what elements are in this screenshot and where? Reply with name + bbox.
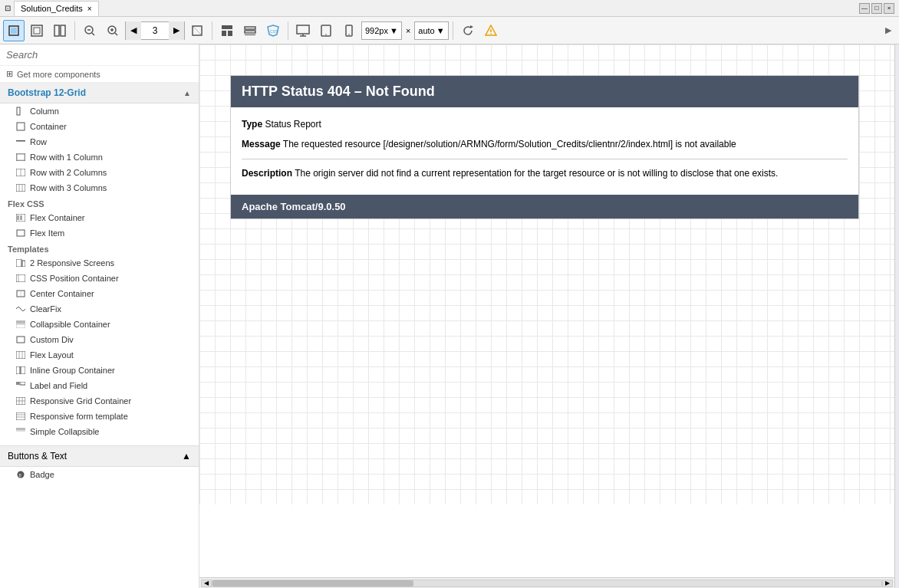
zoom-fit-button[interactable] — [186, 20, 208, 41]
search-area[interactable]: Search — [0, 44, 199, 66]
http-message-label: Message — [242, 139, 281, 149]
buttons-chevron-icon: ▲ — [182, 451, 191, 462]
css-icon: CSS — [267, 25, 279, 37]
collapsible-label: Collapsible Container — [30, 320, 110, 329]
select-icon — [8, 25, 20, 37]
svg-rect-49 — [22, 261, 25, 267]
badge-label: Badge — [30, 470, 54, 479]
svg-rect-23 — [297, 25, 309, 34]
close-button[interactable]: × — [884, 3, 894, 14]
canvas-scroll-container[interactable]: HTTP Status 404 – Not Found Type Status … — [199, 44, 894, 577]
right-edge-panel — [894, 44, 899, 588]
scroll-left-button[interactable]: ◀ — [201, 580, 212, 587]
tablet-view-button[interactable] — [315, 20, 337, 41]
sidebar-item-css-position[interactable]: CSS Position Container — [0, 271, 199, 286]
bootstrap-section-header[interactable]: Bootstrap 12-Grid ▲ — [0, 83, 199, 103]
sidebar-item-inline-group[interactable]: Inline Group Container — [0, 363, 199, 378]
svg-rect-61 — [21, 366, 25, 374]
layout-dropdown[interactable]: auto ▼ — [414, 21, 448, 40]
svg-rect-60 — [16, 366, 20, 374]
frame2-icon — [54, 25, 66, 37]
desktop-view-button[interactable] — [292, 20, 314, 41]
center-container-label: Center Container — [30, 289, 94, 298]
svg-rect-18 — [245, 27, 255, 29]
flex-item-icon — [15, 228, 26, 238]
responsive-form-icon — [15, 411, 26, 422]
tab-close-button[interactable]: × — [87, 5, 92, 13]
svg-marker-30 — [470, 25, 473, 28]
css-button[interactable]: CSS — [262, 20, 284, 41]
sidebar-item-custom-div[interactable]: Custom Div — [0, 332, 199, 347]
sidebar-item-row-1col[interactable]: Row with 1 Column — [0, 149, 199, 165]
buttons-section-header[interactable]: Buttons & Text ▲ — [0, 445, 199, 467]
svg-rect-55 — [16, 324, 25, 328]
template-view-button[interactable] — [216, 20, 238, 41]
svg-rect-57 — [16, 351, 25, 359]
sidebar-item-label-field[interactable]: Label and Field — [0, 378, 199, 393]
zoom-in-minus-button[interactable] — [102, 20, 123, 41]
scrollbar-thumb[interactable] — [212, 580, 413, 586]
restore-button[interactable]: □ — [871, 3, 882, 14]
zoom-input[interactable] — [141, 25, 169, 36]
svg-rect-3 — [34, 28, 40, 34]
refresh-icon — [462, 25, 474, 37]
sidebar-item-collapsible[interactable]: Collapsible Container — [0, 317, 199, 332]
scrollbar-track[interactable] — [212, 580, 882, 587]
sidebar-item-row[interactable]: Row — [0, 134, 199, 149]
simple-collapsible-icon — [15, 426, 26, 437]
sidebar-item-badge[interactable]: B Badge — [0, 467, 199, 482]
row-1col-label: Row with 1 Column — [30, 153, 103, 162]
frame-tool-button[interactable] — [26, 20, 48, 41]
container-icon — [15, 121, 26, 132]
sidebar-item-center-container[interactable]: Center Container — [0, 286, 199, 301]
sidebar-item-simple-collapsible[interactable]: Simple Collapsible — [0, 424, 199, 439]
template-view-icon — [221, 25, 233, 37]
svg-rect-36 — [16, 140, 25, 142]
zoom-decrement-button[interactable]: ◀ — [126, 21, 141, 40]
sidebar-item-responsive-grid[interactable]: Responsive Grid Container — [0, 393, 199, 409]
scroll-right-button[interactable]: ▶ — [882, 580, 893, 587]
sidebar-item-flex-container[interactable]: Flex Container — [0, 210, 199, 225]
svg-rect-41 — [16, 184, 25, 192]
minimize-button[interactable]: — — [859, 3, 870, 14]
sidebar-item-column[interactable]: Column — [0, 103, 199, 119]
svg-point-29 — [348, 34, 350, 35]
bootstrap-chevron-icon: ▲ — [183, 89, 191, 97]
sidebar-item-container[interactable]: Container — [0, 119, 199, 134]
svg-rect-50 — [16, 274, 25, 282]
flex-container-icon — [15, 212, 26, 223]
tab-label: Solution_Credits — [21, 4, 83, 13]
templates-label: Templates — [0, 241, 199, 255]
layout-dropdown-arrow: ▼ — [436, 26, 445, 35]
warning-button[interactable] — [480, 20, 502, 41]
sidebar-item-clearfix[interactable]: ClearFix — [0, 301, 199, 317]
svg-text:CSS: CSS — [270, 29, 278, 34]
svg-rect-68 — [16, 412, 25, 420]
svg-line-8 — [92, 33, 94, 35]
sidebar-item-flex-item[interactable]: Flex Item — [0, 225, 199, 241]
responsive-form-label: Responsive form template — [30, 412, 128, 421]
breakpoint-dropdown[interactable]: 992px ▼ — [361, 21, 402, 40]
sidebar-item-2responsive[interactable]: 2 Responsive Screens — [0, 255, 199, 271]
svg-rect-19 — [245, 31, 255, 33]
select-tool-button[interactable] — [3, 20, 25, 41]
frame2-tool-button[interactable] — [49, 20, 71, 41]
mobile-view-button[interactable] — [338, 20, 360, 41]
sidebar-scroll-area[interactable]: Bootstrap 12-Grid ▲ Column Container R — [0, 83, 199, 588]
zoom-out-button[interactable] — [79, 20, 100, 41]
get-more-components-button[interactable]: ⊞ Get more components — [0, 66, 199, 83]
title-tab[interactable]: Solution_Credits × — [14, 1, 99, 16]
zoom-increment-button[interactable]: ▶ — [169, 21, 184, 40]
http-404-container: HTTP Status 404 – Not Found Type Status … — [230, 75, 859, 219]
sidebar-item-flex-layout[interactable]: Flex Layout — [0, 347, 199, 363]
sidebar-item-row-3col[interactable]: Row with 3 Columns — [0, 180, 199, 195]
flex-layout-label: Flex Layout — [30, 350, 74, 360]
sidebar-item-responsive-form[interactable]: Responsive form template — [0, 409, 199, 424]
svg-rect-2 — [31, 25, 42, 36]
svg-rect-35 — [17, 123, 25, 130]
bottom-scrollbar[interactable]: ◀ ▶ — [199, 577, 894, 588]
sidebar-item-row-2col[interactable]: Row with 2 Columns — [0, 165, 199, 180]
layers-button[interactable] — [239, 20, 261, 41]
separator-x: × — [403, 26, 413, 35]
refresh-button[interactable] — [457, 20, 479, 41]
